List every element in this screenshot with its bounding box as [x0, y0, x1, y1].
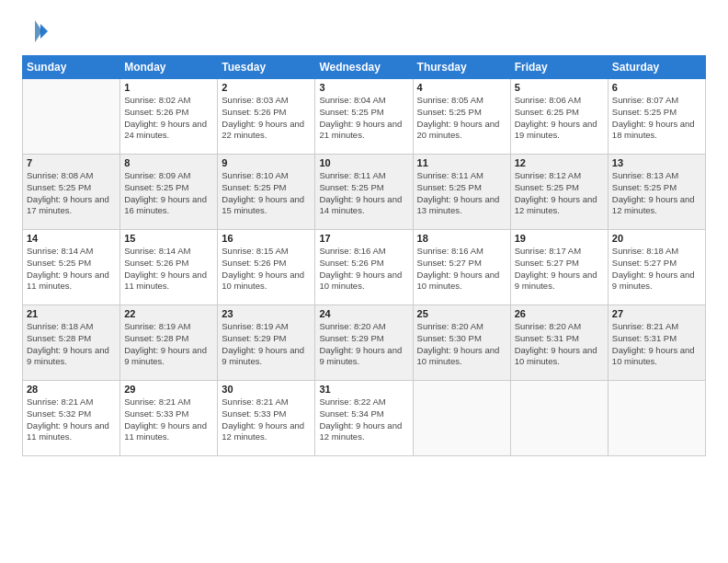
day-number: 28	[27, 384, 116, 395]
calendar-cell: 17Sunrise: 8:16 AMSunset: 5:26 PMDayligh…	[315, 230, 413, 305]
day-info: Sunrise: 8:21 AMSunset: 5:32 PMDaylight:…	[27, 396, 116, 443]
calendar-cell: 14Sunrise: 8:14 AMSunset: 5:25 PMDayligh…	[23, 230, 120, 305]
day-info: Sunrise: 8:21 AMSunset: 5:33 PMDaylight:…	[124, 396, 213, 443]
day-number: 9	[222, 157, 311, 168]
calendar-cell: 2Sunrise: 8:03 AMSunset: 5:26 PMDaylight…	[218, 79, 315, 155]
day-info: Sunrise: 8:15 AMSunset: 5:26 PMDaylight:…	[222, 246, 311, 293]
calendar-cell: 22Sunrise: 8:19 AMSunset: 5:28 PMDayligh…	[120, 305, 218, 381]
day-header: Saturday	[608, 56, 705, 79]
day-info: Sunrise: 8:06 AMSunset: 6:25 PMDaylight:…	[515, 95, 604, 142]
day-number: 18	[417, 233, 506, 244]
day-number: 29	[124, 384, 213, 395]
calendar-cell: 9Sunrise: 8:10 AMSunset: 5:25 PMDaylight…	[218, 155, 315, 230]
day-number: 2	[222, 82, 311, 93]
day-info: Sunrise: 8:10 AMSunset: 5:25 PMDaylight:…	[222, 170, 311, 217]
logo	[22, 18, 50, 44]
logo-icon	[22, 18, 48, 44]
calendar-cell: 15Sunrise: 8:14 AMSunset: 5:26 PMDayligh…	[120, 230, 218, 305]
calendar-cell: 29Sunrise: 8:21 AMSunset: 5:33 PMDayligh…	[120, 381, 218, 456]
day-info: Sunrise: 8:11 AMSunset: 5:25 PMDaylight:…	[417, 170, 506, 217]
calendar-cell: 11Sunrise: 8:11 AMSunset: 5:25 PMDayligh…	[413, 155, 510, 230]
day-info: Sunrise: 8:14 AMSunset: 5:26 PMDaylight:…	[124, 246, 213, 293]
day-number: 3	[319, 82, 408, 93]
day-number: 26	[515, 308, 604, 319]
calendar-cell: 18Sunrise: 8:16 AMSunset: 5:27 PMDayligh…	[413, 230, 510, 305]
day-info: Sunrise: 8:14 AMSunset: 5:25 PMDaylight:…	[27, 246, 116, 293]
page: SundayMondayTuesdayWednesdayThursdayFrid…	[0, 0, 728, 563]
day-number: 15	[124, 233, 213, 244]
day-number: 13	[612, 157, 701, 168]
day-info: Sunrise: 8:07 AMSunset: 5:25 PMDaylight:…	[612, 95, 701, 142]
day-number: 20	[612, 233, 701, 244]
calendar-cell: 26Sunrise: 8:20 AMSunset: 5:31 PMDayligh…	[510, 305, 608, 381]
day-info: Sunrise: 8:08 AMSunset: 5:25 PMDaylight:…	[27, 170, 116, 217]
day-number: 19	[515, 233, 604, 244]
calendar-cell: 1Sunrise: 8:02 AMSunset: 5:26 PMDaylight…	[120, 79, 218, 155]
day-info: Sunrise: 8:22 AMSunset: 5:34 PMDaylight:…	[319, 396, 408, 443]
day-info: Sunrise: 8:19 AMSunset: 5:29 PMDaylight:…	[222, 321, 311, 368]
day-info: Sunrise: 8:19 AMSunset: 5:28 PMDaylight:…	[124, 321, 213, 368]
day-number: 10	[319, 157, 408, 168]
day-number: 8	[124, 157, 213, 168]
calendar-cell	[510, 381, 608, 456]
day-info: Sunrise: 8:18 AMSunset: 5:27 PMDaylight:…	[612, 246, 701, 293]
day-info: Sunrise: 8:12 AMSunset: 5:25 PMDaylight:…	[515, 170, 604, 217]
calendar-cell: 8Sunrise: 8:09 AMSunset: 5:25 PMDaylight…	[120, 155, 218, 230]
day-header: Sunday	[23, 56, 120, 79]
day-header: Monday	[120, 56, 218, 79]
day-number: 21	[27, 308, 116, 319]
day-info: Sunrise: 8:02 AMSunset: 5:26 PMDaylight:…	[124, 95, 213, 142]
day-number: 6	[612, 82, 701, 93]
day-number: 17	[319, 233, 408, 244]
day-info: Sunrise: 8:03 AMSunset: 5:26 PMDaylight:…	[222, 95, 311, 142]
day-info: Sunrise: 8:05 AMSunset: 5:25 PMDaylight:…	[417, 95, 506, 142]
day-number: 27	[612, 308, 701, 319]
day-header: Friday	[510, 56, 608, 79]
day-number: 24	[319, 308, 408, 319]
calendar-cell: 3Sunrise: 8:04 AMSunset: 5:25 PMDaylight…	[315, 79, 413, 155]
day-number: 30	[222, 384, 311, 395]
calendar-cell: 13Sunrise: 8:13 AMSunset: 5:25 PMDayligh…	[608, 155, 705, 230]
day-info: Sunrise: 8:21 AMSunset: 5:33 PMDaylight:…	[222, 396, 311, 443]
day-number: 12	[515, 157, 604, 168]
calendar-cell	[608, 381, 705, 456]
day-number: 31	[319, 384, 408, 395]
day-info: Sunrise: 8:16 AMSunset: 5:27 PMDaylight:…	[417, 246, 506, 293]
day-number: 22	[124, 308, 213, 319]
calendar-cell: 31Sunrise: 8:22 AMSunset: 5:34 PMDayligh…	[315, 381, 413, 456]
svg-marker-1	[35, 20, 42, 42]
day-number: 16	[222, 233, 311, 244]
day-number: 25	[417, 308, 506, 319]
calendar-cell: 23Sunrise: 8:19 AMSunset: 5:29 PMDayligh…	[218, 305, 315, 381]
calendar-cell: 25Sunrise: 8:20 AMSunset: 5:30 PMDayligh…	[413, 305, 510, 381]
calendar-cell: 28Sunrise: 8:21 AMSunset: 5:32 PMDayligh…	[23, 381, 120, 456]
calendar-cell: 19Sunrise: 8:17 AMSunset: 5:27 PMDayligh…	[510, 230, 608, 305]
calendar-cell: 4Sunrise: 8:05 AMSunset: 5:25 PMDaylight…	[413, 79, 510, 155]
day-info: Sunrise: 8:21 AMSunset: 5:31 PMDaylight:…	[612, 321, 701, 368]
calendar-cell: 16Sunrise: 8:15 AMSunset: 5:26 PMDayligh…	[218, 230, 315, 305]
calendar-cell	[413, 381, 510, 456]
day-number: 1	[124, 82, 213, 93]
day-header: Thursday	[413, 56, 510, 79]
day-info: Sunrise: 8:16 AMSunset: 5:26 PMDaylight:…	[319, 246, 408, 293]
day-info: Sunrise: 8:13 AMSunset: 5:25 PMDaylight:…	[612, 170, 701, 217]
day-number: 23	[222, 308, 311, 319]
day-info: Sunrise: 8:20 AMSunset: 5:29 PMDaylight:…	[319, 321, 408, 368]
calendar-cell: 12Sunrise: 8:12 AMSunset: 5:25 PMDayligh…	[510, 155, 608, 230]
calendar-cell: 7Sunrise: 8:08 AMSunset: 5:25 PMDaylight…	[23, 155, 120, 230]
day-number: 5	[515, 82, 604, 93]
day-header: Wednesday	[315, 56, 413, 79]
day-header: Tuesday	[218, 56, 315, 79]
day-info: Sunrise: 8:20 AMSunset: 5:31 PMDaylight:…	[515, 321, 604, 368]
calendar-cell: 5Sunrise: 8:06 AMSunset: 6:25 PMDaylight…	[510, 79, 608, 155]
day-number: 7	[27, 157, 116, 168]
day-number: 4	[417, 82, 506, 93]
calendar-cell: 20Sunrise: 8:18 AMSunset: 5:27 PMDayligh…	[608, 230, 705, 305]
calendar-cell: 6Sunrise: 8:07 AMSunset: 5:25 PMDaylight…	[608, 79, 705, 155]
day-info: Sunrise: 8:04 AMSunset: 5:25 PMDaylight:…	[319, 95, 408, 142]
day-info: Sunrise: 8:17 AMSunset: 5:27 PMDaylight:…	[515, 246, 604, 293]
day-info: Sunrise: 8:11 AMSunset: 5:25 PMDaylight:…	[319, 170, 408, 217]
day-number: 14	[27, 233, 116, 244]
day-info: Sunrise: 8:20 AMSunset: 5:30 PMDaylight:…	[417, 321, 506, 368]
calendar: SundayMondayTuesdayWednesdayThursdayFrid…	[22, 55, 706, 456]
